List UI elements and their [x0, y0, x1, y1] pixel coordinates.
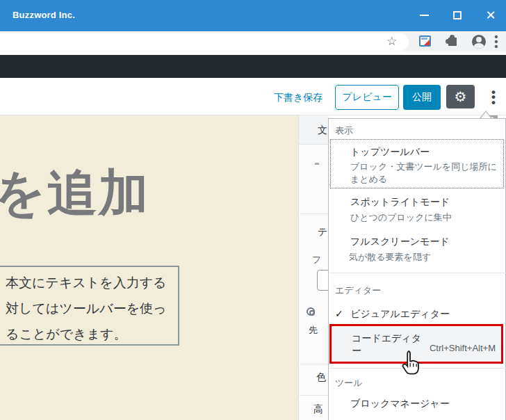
sidebar-divider [300, 213, 329, 214]
reader-extension-icon[interactable] [419, 35, 431, 47]
sidebar-label-fragment: フ [312, 254, 321, 266]
wp-admin-bar: こんにちは、buzz さん [0, 55, 506, 78]
sidebar-tab-label: 文 [318, 124, 327, 137]
maximize-button[interactable] [446, 4, 468, 26]
sidebar-tab-document[interactable]: 文 [299, 115, 329, 145]
sidebar-divider [300, 364, 329, 364]
sidebar-panel-fragment: テ [318, 226, 327, 239]
gear-icon: ⚙ [455, 90, 467, 104]
menu-item-spotlight-mode[interactable]: スポットライトモード [350, 196, 450, 209]
bookmark-star-icon[interactable]: ☆ [386, 34, 397, 49]
menu-section-editor: エディター [335, 284, 381, 297]
minimize-icon [420, 15, 429, 16]
editor-canvas[interactable]: を追加 本文にテキストを入力する 対してはツールバーを使っ ることができます。 [0, 115, 298, 420]
maximize-icon [453, 11, 462, 19]
menu-item-desc-top-toolbar: ブロック・文書ツールを同じ場所にまとめる [350, 161, 502, 186]
hand-cursor-icon [401, 350, 422, 379]
check-icon: ✓ [335, 308, 343, 319]
menu-item-desc-spotlight: ひとつのブロックに集中 [350, 211, 502, 224]
settings-sidebar: 文 テ フ 先 色 高 [298, 115, 328, 420]
tip-line: ることができます。 [6, 321, 167, 347]
browser-menu-icon[interactable]: ••• [493, 34, 499, 49]
save-draft-button[interactable]: 下書き保存 [274, 92, 323, 104]
settings-button[interactable]: ⚙ [446, 85, 475, 108]
menu-item-visual-editor[interactable]: ビジュアルエディター [350, 308, 450, 321]
preview-button[interactable]: プレビュー [335, 85, 399, 110]
minimize-button[interactable] [413, 4, 435, 26]
more-options-button[interactable]: ••• [483, 86, 504, 108]
menu-item-block-manager[interactable]: ブロックマネージャー [350, 398, 450, 410]
tip-box: 本文にテキストを入力する 対してはツールバーを使っ ることができます。 [0, 266, 179, 346]
menu-section-view: 表示 [335, 124, 353, 137]
sidebar-dropcap-fragment: 先 [309, 324, 318, 337]
menu-item-label-top-toolbar[interactable]: トップツールバー [350, 146, 430, 159]
tip-text: 本文にテキストを入力する 対してはツールバーを使っ ることができます。 [6, 270, 167, 347]
window-title: Buzzword Inc. [13, 10, 75, 20]
title-placeholder[interactable]: を追加 [0, 160, 150, 227]
publish-button[interactable]: 公開 [403, 85, 441, 110]
window-titlebar: Buzzword Inc. ✕ [0, 0, 506, 31]
menu-item-desc-fullscreen: 気が散る要素を隠す [349, 251, 500, 264]
sidebar-advanced-fragment: 高 [313, 403, 323, 416]
code-editor-shortcut: Ctrl+Shift+Alt+M [430, 343, 496, 353]
tip-line: 対してはツールバーを使っ [6, 296, 167, 321]
sidebar-text-fragment [315, 163, 319, 165]
menu-item-fullscreen-mode[interactable]: フルスクリーンモード [350, 236, 450, 248]
extensions-puzzle-icon[interactable] [448, 38, 457, 46]
menu-section-tools: ツール [335, 377, 363, 389]
menu-divider [329, 273, 506, 273]
address-bar[interactable] [0, 33, 409, 51]
kebab-menu-icon: ••• [491, 90, 496, 106]
sidebar-circle-icon [307, 307, 315, 316]
sidebar-divider [300, 395, 329, 396]
browser-profile-icon[interactable] [472, 35, 486, 49]
close-button[interactable]: ✕ [480, 4, 502, 26]
close-icon: ✕ [485, 9, 496, 22]
tip-line: 本文にテキストを入力する [6, 270, 167, 296]
dropdown-caret-fill [481, 112, 491, 118]
sidebar-color-fragment: 色 [316, 371, 326, 384]
